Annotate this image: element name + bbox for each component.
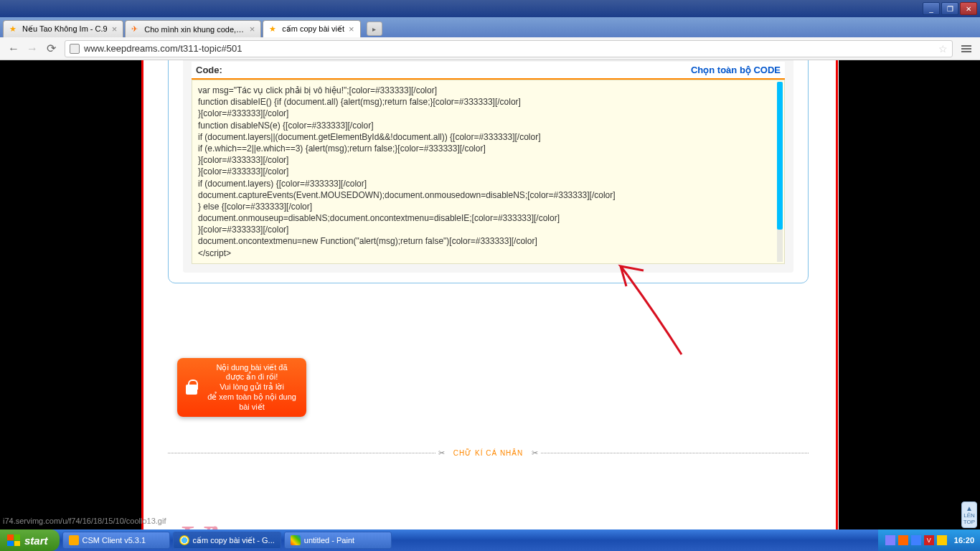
address-bar[interactable]: ☆ — [65, 40, 953, 57]
scrollbar-thumb[interactable] — [777, 82, 783, 230]
taskbar-clock[interactable]: 16:20 — [954, 536, 974, 545]
new-tab-button[interactable]: ▸ — [367, 22, 382, 36]
decorative-line — [141, 60, 143, 529]
forward-button[interactable]: → — [23, 39, 42, 58]
tab-title: Cho mình xin khung code, qu... — [144, 25, 245, 34]
code-scrollbar[interactable] — [777, 82, 783, 262]
hidden-line: Vui lòng gửi trả lời — [203, 382, 301, 392]
hidden-line: để xem toàn bộ nội dung — [203, 392, 301, 402]
taskbar-label: cấm copy bài viết - G... — [193, 536, 275, 545]
code-label: Code: — [196, 65, 222, 75]
post-inner: Code: Chọn toàn bộ CODE var msg="Tác vụ … — [183, 60, 793, 273]
globe-icon — [70, 44, 80, 54]
tab-title: Nếu Tao Không Im - C.9 — [22, 24, 108, 34]
select-all-code-link[interactable]: Chọn toàn bộ CODE — [691, 65, 781, 75]
browser-tab-0[interactable]: ★ Nếu Tao Không Im - C.9 × — [3, 20, 123, 37]
signature-divider: ✂ CHỮ KÍ CÁ NHÂN ✂ — [168, 446, 809, 459]
taskbar-label: CSM Client v5.3.1 — [83, 536, 146, 545]
back-button[interactable]: ← — [4, 39, 23, 58]
page-viewport: Code: Chọn toàn bộ CODE var msg="Tác vụ … — [0, 60, 980, 529]
browser-toolbar: ← → ⟳ ☆ — [0, 37, 980, 60]
hidden-line: Nội dung bài viết đã — [203, 363, 301, 373]
hidden-message-text: Nội dung bài viết đã được ẩn đi rồi! Vui… — [203, 363, 301, 413]
plane-icon: ✈ — [131, 24, 141, 34]
tray-icon[interactable] — [937, 535, 947, 545]
decorative-line — [836, 60, 838, 529]
taskbar-item-paint[interactable]: untitled - Paint — [284, 532, 392, 549]
app-icon — [69, 535, 79, 545]
tab-close-icon[interactable]: × — [250, 24, 255, 34]
scissor-icon: ✂ — [529, 448, 541, 458]
tab-close-icon[interactable]: × — [349, 24, 354, 34]
tab-title: cấm copy bài viết — [282, 24, 344, 34]
post-container: Code: Chọn toàn bộ CODE var msg="Tác vụ … — [168, 60, 809, 283]
taskbar-item-csm[interactable]: CSM Client v5.3.1 — [62, 532, 170, 549]
reload-button[interactable]: ⟳ — [42, 39, 60, 58]
browser-tab-strip: ★ Nếu Tao Không Im - C.9 × ✈ Cho mình xi… — [0, 17, 980, 37]
hidden-content-notice: Nội dung bài viết đã được ẩn đi rồi! Vui… — [177, 358, 306, 417]
code-body[interactable]: var msg="Tác vụ click phải bị vô hiệu!";… — [192, 80, 785, 264]
code-content: var msg="Tác vụ click phải bị vô hiệu!";… — [198, 85, 778, 259]
url-input[interactable] — [84, 43, 938, 54]
window-titlebar: _ ❐ ✕ — [0, 0, 980, 17]
hidden-line: được ẩn đi rồi! — [203, 372, 301, 382]
scissor-icon: ✂ — [435, 448, 448, 458]
scroll-top-text: LÊN — [963, 512, 975, 519]
signature-name: Vince — [179, 514, 287, 529]
tab-close-icon[interactable]: × — [112, 24, 118, 34]
tray-icon[interactable] — [885, 535, 895, 545]
window-minimize-button[interactable]: _ — [923, 2, 940, 15]
scroll-top-text: TOP — [963, 519, 975, 525]
tray-icon[interactable] — [898, 535, 908, 545]
window-close-button[interactable]: ✕ — [960, 2, 977, 15]
signature-label: CHỮ KÍ CÁ NHÂN — [448, 449, 529, 457]
start-button[interactable]: start — [0, 529, 60, 551]
chrome-menu-button[interactable] — [957, 39, 976, 58]
star-icon: ★ — [9, 24, 19, 34]
browser-tab-2[interactable]: ★ cấm copy bài viết × — [263, 20, 360, 37]
up-arrow-icon: ▲ — [962, 504, 976, 512]
taskbar-item-chrome[interactable]: cấm copy bài viết - G... — [173, 532, 281, 549]
code-box: Code: Chọn toàn bộ CODE var msg="Tác vụ … — [192, 62, 785, 264]
window-maximize-button[interactable]: ❐ — [941, 2, 958, 15]
taskbar-label: untitled - Paint — [304, 536, 354, 545]
star-icon: ★ — [269, 24, 279, 34]
chrome-icon — [179, 535, 189, 545]
code-header: Code: Chọn toàn bộ CODE — [192, 62, 785, 80]
tray-volume-icon[interactable] — [911, 535, 921, 545]
lock-icon — [183, 377, 200, 397]
start-label: start — [24, 534, 48, 547]
tray-icon[interactable]: V — [924, 535, 934, 545]
windows-taskbar: start CSM Client v5.3.1 cấm copy bài viế… — [0, 529, 980, 551]
windows-logo-icon — [7, 534, 20, 546]
hidden-line: bài viết — [203, 402, 301, 413]
system-tray[interactable]: V 16:20 — [878, 529, 980, 551]
dotted-line — [541, 453, 809, 453]
browser-tab-1[interactable]: ✈ Cho mình xin khung code, qu... × — [125, 20, 261, 37]
bookmark-star-icon[interactable]: ☆ — [938, 43, 948, 55]
paint-icon — [291, 535, 301, 545]
scroll-to-top-button[interactable]: ▲ LÊN TOP — [961, 501, 977, 528]
dotted-line — [168, 453, 435, 453]
status-bar: i74.servimg.com/u/f74/16/18/15/10/coollo… — [0, 517, 166, 529]
